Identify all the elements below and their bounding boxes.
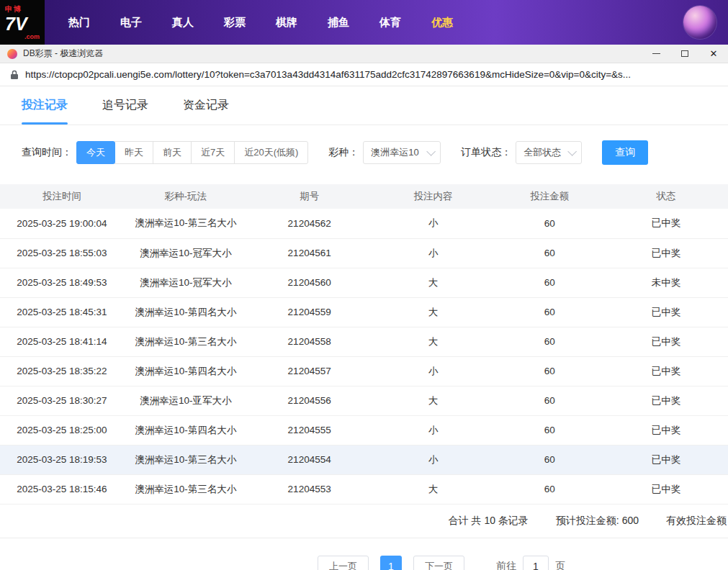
cell-amount: 60 xyxy=(495,445,604,474)
cell-time: 2025-03-25 18:35:22 xyxy=(0,356,124,386)
cell-amount: 60 xyxy=(495,268,604,297)
cell-amount: 60 xyxy=(495,386,604,415)
cell-content: 小 xyxy=(372,356,495,386)
cell-issue: 21204561 xyxy=(248,238,372,268)
cell-game: 澳洲幸运10-第四名大小 xyxy=(124,415,248,445)
page-unit-label: 页 xyxy=(555,560,565,570)
bet-records-table: 投注时间彩种-玩法期号投注内容投注金额状态 2025-03-25 19:00:0… xyxy=(0,184,728,505)
minimize-button[interactable] xyxy=(642,45,670,63)
cell-game: 澳洲幸运10-冠军大小 xyxy=(124,238,248,268)
status-filter-label: 订单状态： xyxy=(461,146,511,159)
column-header: 状态 xyxy=(604,184,728,209)
order-status-select[interactable]: 全部状态 xyxy=(516,141,582,164)
cell-issue: 21204553 xyxy=(248,474,372,504)
lock-icon xyxy=(10,70,19,80)
close-icon: ✕ xyxy=(710,49,718,58)
browser-favicon-icon xyxy=(7,49,17,59)
cell-status: 已中奖 xyxy=(604,238,728,268)
cell-amount: 60 xyxy=(495,238,604,268)
table-row[interactable]: 2025-03-25 18:35:22澳洲幸运10-第四名大小21204557小… xyxy=(0,356,728,386)
address-bar[interactable]: https://ctopcp02pcali.uengi5e.com/lotter… xyxy=(0,63,728,86)
table-row[interactable]: 2025-03-25 18:55:03澳洲幸运10-冠军大小21204561小6… xyxy=(0,238,728,268)
time-filter-option-4[interactable]: 近7天 xyxy=(191,141,235,164)
cell-game: 澳洲幸运10-第三名大小 xyxy=(124,474,248,504)
table-row[interactable]: 2025-03-25 18:15:46澳洲幸运10-第三名大小21204553大… xyxy=(0,474,728,504)
url-text: https://ctopcp02pcali.uengi5e.com/lotter… xyxy=(25,69,631,80)
top-navigation: 申博 7V .com 热门电子真人彩票棋牌捕鱼体育优惠 xyxy=(0,0,728,45)
current-page-button[interactable]: 1 xyxy=(380,556,402,570)
cell-amount: 60 xyxy=(495,297,604,327)
table-body: 2025-03-25 19:00:04澳洲幸运10-第三名大小21204562小… xyxy=(0,209,728,504)
nav-item-6[interactable]: 捕鱼 xyxy=(313,16,364,30)
cell-game: 澳洲幸运10-第三名大小 xyxy=(124,445,248,474)
cell-issue: 21204558 xyxy=(248,327,372,356)
cell-issue: 21204559 xyxy=(248,297,372,327)
cell-status: 已中奖 xyxy=(604,474,728,504)
cell-status: 已中奖 xyxy=(604,297,728,327)
goto-page-input[interactable] xyxy=(523,556,549,570)
nav-item-4[interactable]: 彩票 xyxy=(209,16,261,30)
tab-1[interactable]: 投注记录 xyxy=(22,86,68,125)
next-page-button[interactable]: 下一页 xyxy=(413,556,464,570)
time-filter-option-5[interactable]: 近20天(低频) xyxy=(234,141,308,164)
window-titlebar: DB彩票 - 极速浏览器 ✕ xyxy=(0,45,728,63)
nav-item-1[interactable]: 热门 xyxy=(53,16,105,30)
summary-expected-amount: 预计投注金额: 600 xyxy=(556,515,639,528)
nav-item-7[interactable]: 体育 xyxy=(364,16,416,30)
tab-2[interactable]: 追号记录 xyxy=(102,86,148,125)
cell-game: 澳洲幸运10-第四名大小 xyxy=(124,297,248,327)
minimize-icon xyxy=(652,53,660,54)
table-row[interactable]: 2025-03-25 19:00:04澳洲幸运10-第三名大小21204562小… xyxy=(0,209,728,238)
chevron-down-icon xyxy=(568,147,578,156)
cell-game: 澳洲幸运10-冠军大小 xyxy=(124,268,248,297)
table-row[interactable]: 2025-03-25 18:25:00澳洲幸运10-第四名大小21204555小… xyxy=(0,415,728,445)
lottery-select[interactable]: 澳洲幸运10 xyxy=(363,141,441,164)
time-filter-option-1[interactable]: 今天 xyxy=(76,141,115,164)
logo-text-top: 申博 xyxy=(5,4,40,14)
column-header: 投注内容 xyxy=(372,184,495,209)
window-title: DB彩票 - 极速浏览器 xyxy=(23,48,642,60)
time-filter-label: 查询时间： xyxy=(22,146,72,159)
cell-issue: 21204555 xyxy=(248,415,372,445)
nav-item-8[interactable]: 优惠 xyxy=(416,16,468,30)
column-header: 投注金额 xyxy=(495,184,604,209)
table-row[interactable]: 2025-03-25 18:45:31澳洲幸运10-第四名大小21204559大… xyxy=(0,297,728,327)
table-row[interactable]: 2025-03-25 18:30:27澳洲幸运10-亚军大小21204556大6… xyxy=(0,386,728,415)
tab-3[interactable]: 资金记录 xyxy=(183,86,229,125)
nav-item-5[interactable]: 棋牌 xyxy=(261,16,313,30)
query-button[interactable]: 查询 xyxy=(602,140,648,165)
cell-issue: 21204562 xyxy=(248,209,372,238)
cell-issue: 21204560 xyxy=(248,268,372,297)
cell-content: 大 xyxy=(372,297,495,327)
cell-content: 小 xyxy=(372,415,495,445)
cell-content: 小 xyxy=(372,209,495,238)
cell-time: 2025-03-25 18:25:00 xyxy=(0,415,124,445)
logo-text-sub: .com xyxy=(5,33,40,40)
nav-item-3[interactable]: 真人 xyxy=(157,16,209,30)
cell-amount: 60 xyxy=(495,356,604,386)
table-header-row: 投注时间彩种-玩法期号投注内容投注金额状态 xyxy=(0,184,728,209)
cell-game: 澳洲幸运10-第三名大小 xyxy=(124,327,248,356)
cell-status: 未中奖 xyxy=(604,268,728,297)
cell-time: 2025-03-25 18:30:27 xyxy=(0,386,124,415)
order-status-value: 全部状态 xyxy=(523,146,561,159)
column-header: 投注时间 xyxy=(0,184,124,209)
table-row[interactable]: 2025-03-25 18:19:53澳洲幸运10-第三名大小21204554小… xyxy=(0,445,728,474)
goto-page-group: 前往 页 xyxy=(496,556,565,570)
close-button[interactable]: ✕ xyxy=(699,45,728,63)
table-row[interactable]: 2025-03-25 18:49:53澳洲幸运10-冠军大小21204560大6… xyxy=(0,268,728,297)
cell-content: 大 xyxy=(372,474,495,504)
cell-amount: 60 xyxy=(495,474,604,504)
maximize-button[interactable] xyxy=(670,45,699,63)
time-filter-option-3[interactable]: 前天 xyxy=(153,141,192,164)
time-filter-group: 今天昨天前天近7天近20天(低频) xyxy=(76,141,308,164)
nav-item-2[interactable]: 电子 xyxy=(105,16,157,30)
maximize-icon xyxy=(681,50,688,57)
chevron-down-icon xyxy=(427,147,436,156)
prev-page-button[interactable]: 上一页 xyxy=(318,556,369,570)
site-logo[interactable]: 申博 7V .com xyxy=(0,0,45,45)
table-row[interactable]: 2025-03-25 18:41:14澳洲幸运10-第三名大小21204558大… xyxy=(0,327,728,356)
user-avatar[interactable] xyxy=(683,6,716,39)
time-filter-option-2[interactable]: 昨天 xyxy=(114,141,153,164)
column-header: 彩种-玩法 xyxy=(124,184,248,209)
